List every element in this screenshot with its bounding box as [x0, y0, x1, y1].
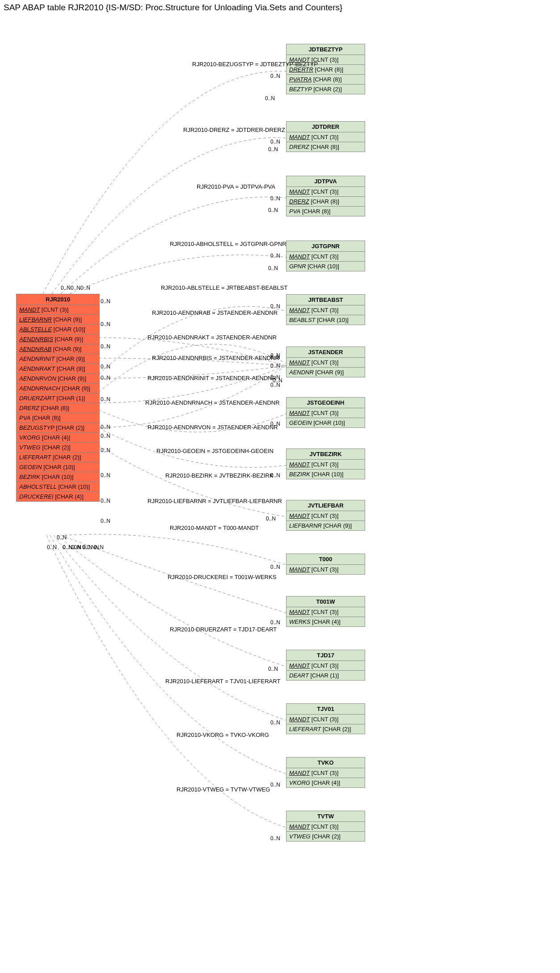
entity-header: JDTDRER — [286, 122, 365, 132]
field-row: AENDNRAKT [CHAR (9)] — [17, 364, 99, 374]
field-row: DRUERZART [CHAR (1)] — [17, 393, 99, 403]
cardinality: 0..N — [270, 382, 280, 388]
field-row: AENDNRAB [CHAR (9)] — [17, 344, 99, 354]
entity-t001w: T001WMANDT [CLNT (3)]WERKS [CHAR (4)] — [286, 596, 365, 627]
field-row: PVATRA [CHAR (8)] — [286, 75, 365, 85]
cardinality: 0..N — [270, 619, 280, 626]
field-row: LIEFERART [CHAR (2)] — [17, 453, 99, 462]
cardinality: 0..N — [268, 146, 278, 152]
field-row: DRUCKEREI [CHAR (4)] — [17, 492, 99, 501]
entity-t000: T000MANDT [CLNT (3)] — [286, 554, 365, 575]
field-row: VKORG [CHAR (4)] — [17, 433, 99, 443]
entity-header: TJD17 — [286, 650, 365, 661]
entity-header: T000 — [286, 554, 365, 565]
page-title: SAP ABAP table RJR2010 {IS-M/SD: Proc.St… — [0, 0, 560, 17]
cardinality: 0..N — [270, 564, 280, 570]
field-row: MANDT [CLNT (3)] — [286, 822, 365, 832]
cardinality: 0..N — [265, 95, 275, 102]
relationship-label: RJR2010-AENDNRAKT = JSTAENDER-AENDNR — [147, 334, 277, 341]
field-row: MANDT [CLNT (3)] — [286, 768, 365, 778]
entity-header: JSTAENDER — [286, 347, 365, 358]
field-row: BEZUGSTYP [CHAR (2)] — [17, 423, 99, 433]
diagram-canvas: RJR2010 MANDT [CLNT (3)]LIEFBARNR [CHAR … — [0, 17, 560, 969]
field-row: MANDT [CLNT (3)] — [286, 358, 365, 368]
entity-header: JDTBEZTYP — [286, 44, 365, 55]
field-row: DEART [CHAR (1)] — [286, 671, 365, 680]
field-row: MANDT [CLNT (3)] — [286, 408, 365, 418]
field-row: AENDNR [CHAR (9)] — [286, 368, 365, 377]
entity-header: JGTGPNR — [286, 241, 365, 252]
cardinality: 0..N — [270, 303, 280, 309]
cardinality: 0..N — [268, 207, 278, 213]
relationship-label: RJR2010-LIEFERART = TJV01-LIEFERART — [165, 678, 280, 685]
field-row: GPNR [CHAR (10)] — [286, 262, 365, 271]
relationship-label: RJR2010-VKORG = TVKO-VKORG — [177, 732, 269, 738]
cardinality: 0..N — [270, 73, 280, 79]
entity-jdtpva: JDTPVAMANDT [CLNT (3)]DRERZ [CHAR (8)]PV… — [286, 176, 365, 216]
field-row: ABLSTELLE [CHAR (10)] — [17, 325, 99, 334]
cardinality: 0..N — [270, 835, 280, 842]
field-row: PVA [CHAR (8)] — [17, 413, 99, 423]
relationship-label: RJR2010-AENDNRAB = JSTAENDER-AENDNR — [152, 309, 278, 316]
cardinality: 0..N — [101, 321, 110, 327]
cardinality: 0..N — [268, 265, 278, 271]
entity-jstgeoeinh: JSTGEOEINHMANDT [CLNT (3)]GEOEIN [CHAR (… — [286, 397, 365, 428]
field-row: DRERZ [CHAR (8)] — [286, 197, 365, 207]
entity-tvtw: TVTWMANDT [CLNT (3)]VTWEG [CHAR (2)] — [286, 811, 365, 842]
entity-header: JSTGEOEINH — [286, 398, 365, 408]
cardinality: 0..N.0N 0.0.NN — [63, 544, 99, 550]
entity-tjv01: TJV01MANDT [CLNT (3)]LIEFERART [CHAR (2)… — [286, 703, 365, 734]
field-row: GEOEIN [CHAR (10)] — [286, 418, 365, 427]
cardinality: 0..N — [270, 719, 280, 726]
field-row: MANDT [CLNT (3)] — [286, 565, 365, 574]
field-row: MANDT [CLNT (3)] — [286, 305, 365, 315]
cardinality: 0..N — [101, 498, 110, 504]
cardinality: 0..N — [270, 472, 280, 478]
cardinality: 0..N — [101, 375, 110, 381]
field-row: MANDT [CLNT (3)] — [286, 607, 365, 617]
cardinality: 0..N — [270, 782, 280, 788]
field-row: AENDNRVON [CHAR (9)] — [17, 374, 99, 384]
relationship-label: RJR2010-BEZIRK = JVTBEZIRK-BEZIRK — [165, 472, 274, 479]
cardinality: 0..N — [270, 253, 280, 259]
cardinality: 0..N — [270, 195, 280, 202]
cardinality: 0..N — [101, 298, 110, 305]
relationship-label: RJR2010-DRUERZART = TJD17-DEART — [170, 626, 277, 633]
entity-header: JRTBEABST — [286, 295, 365, 305]
field-row: MANDT [CLNT (3)] — [286, 715, 365, 724]
relationship-label: RJR2010-GEOEIN = JSTGEOEINH-GEOEIN — [156, 448, 274, 454]
entity-tjd17: TJD17MANDT [CLNT (3)]DEART [CHAR (1)] — [286, 650, 365, 681]
entity-header: RJR2010 — [17, 294, 99, 305]
cardinality: 0..N — [266, 516, 276, 522]
entity-tvko: TVKOMANDT [CLNT (3)]VKORG [CHAR (4)] — [286, 757, 365, 788]
cardinality: 0..N — [101, 364, 110, 370]
entity-rjr2010: RJR2010 MANDT [CLNT (3)]LIEFBARNR [CHAR … — [16, 294, 100, 502]
entity-jvtbezirk: JVTBEZIRKMANDT [CLNT (3)]BEZIRK [CHAR (1… — [286, 448, 365, 479]
entity-header: TVKO — [286, 757, 365, 768]
entity-header: JVTBEZIRK — [286, 449, 365, 460]
field-row: MANDT [CLNT (3)] — [286, 661, 365, 671]
field-row: AENDNRBIS [CHAR (9)] — [17, 334, 99, 344]
entity-jdtdrer: JDTDRERMANDT [CLNT (3)]DRERZ [CHAR (8)] — [286, 121, 365, 152]
cardinality: 0..N — [101, 447, 110, 453]
field-row: BEZTYP [CHAR (2)] — [286, 85, 365, 94]
relationship-label: RJR2010-MANDT = T000-MANDT — [170, 525, 259, 531]
entity-header: JDTPVA — [286, 176, 365, 187]
entity-header: T001W — [286, 596, 365, 607]
relationship-label: RJR2010-DRERZ = JDTDRER-DRERZ — [183, 127, 285, 133]
field-row: BEABLST [CHAR (10)] — [286, 315, 365, 325]
relationship-label: RJR2010-AENDNRVON = JSTAENDER-AENDNR — [147, 424, 278, 431]
field-row: AENDNRINIT [CHAR (9)] — [17, 354, 99, 364]
relationship-label: RJR2010-LIEFBARNR = JVTLIEFBAR-LIEFBARNR — [147, 498, 282, 504]
relationship-label: RJR2010-BEZUGSTYP = JDTBEZTYP-BEZTYP — [192, 61, 318, 68]
relationship-label: RJR2010-DRUCKEREI = T001W-WERKS — [168, 574, 276, 580]
cardinality: 0..N — [101, 343, 110, 350]
field-row: MANDT [CLNT (3)] — [286, 460, 365, 470]
field-row: PVA [CHAR (8)] — [286, 207, 365, 216]
cardinality: 0..N — [57, 534, 67, 541]
field-row: BEZIRK [CHAR (10)] — [17, 472, 99, 482]
field-row: WERKS [CHAR (4)] — [286, 617, 365, 626]
field-row: VTWEG [CHAR (2)] — [17, 443, 99, 453]
entity-jdtbeztyp: JDTBEZTYPMANDT [CLNT (3)]DRERTR [CHAR (8… — [286, 44, 365, 94]
cardinality: 0..N — [101, 518, 110, 524]
